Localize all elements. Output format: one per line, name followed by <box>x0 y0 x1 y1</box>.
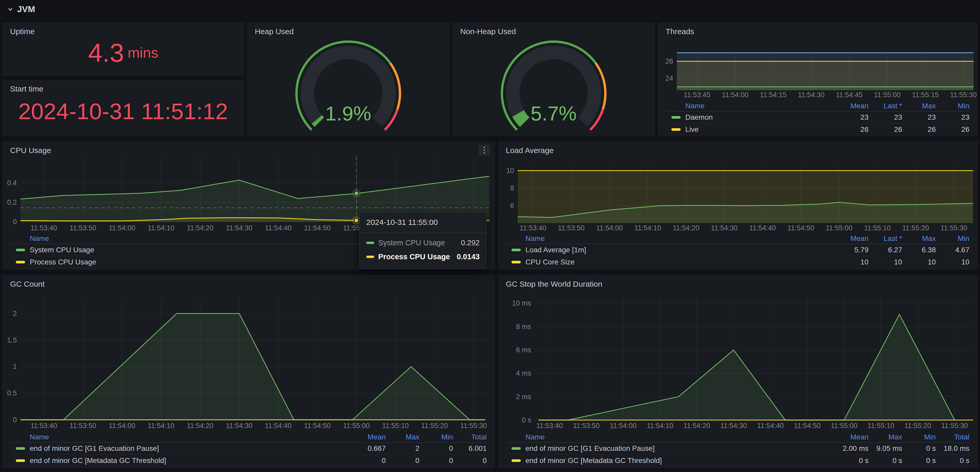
svg-text:11:54:50: 11:54:50 <box>788 224 814 232</box>
legend-col-header[interactable]: Mean <box>835 234 869 243</box>
legend-col-header[interactable]: Last * <box>869 234 902 243</box>
series-name[interactable]: System CPU Usage <box>30 246 94 254</box>
legend-col-header[interactable]: Max <box>386 433 419 441</box>
legend-col-header[interactable]: Min <box>936 102 969 110</box>
legend-col-header[interactable]: Name <box>11 433 49 441</box>
svg-text:1.5: 1.5 <box>7 336 17 344</box>
panel-menu-kebab-icon[interactable]: ⋮ <box>478 145 490 155</box>
svg-text:11:53:50: 11:53:50 <box>558 224 585 232</box>
tooltip-row: System CPU Usage 0.292 <box>366 236 480 250</box>
series-stat-value: 6.27 <box>869 246 902 254</box>
legend-col-header[interactable]: Name <box>506 234 545 243</box>
heap-used-gauge: 1.9% <box>248 23 449 135</box>
series-name[interactable]: end of minor GC [Metadata GC Threshold] <box>30 456 166 465</box>
legend-row: end of minor GC [G1 Evacuation Pause]2.0… <box>506 442 969 455</box>
legend-col-header[interactable]: Max <box>902 234 936 243</box>
series-name[interactable]: Process CPU Usage <box>30 258 96 266</box>
series-name[interactable]: CPU Core Size <box>525 258 574 266</box>
svg-text:11:55:10: 11:55:10 <box>864 224 891 232</box>
legend-col-header[interactable]: Mean <box>835 102 869 110</box>
legend-col-header[interactable]: Mean <box>835 433 869 441</box>
series-name[interactable]: Load Average [1m] <box>525 246 586 254</box>
start-time-value: 2024-10-31 11:51:12 <box>18 100 228 123</box>
legend-col-header[interactable]: Name <box>11 234 49 243</box>
tooltip-series-label: Process CPU Usage <box>378 253 457 261</box>
legend-col-header[interactable]: Max <box>869 433 902 441</box>
series-color-dash <box>511 459 521 462</box>
series-color-dash <box>511 261 521 263</box>
svg-text:11:55:30: 11:55:30 <box>941 422 968 429</box>
series-stat-value: 23 <box>902 113 936 122</box>
legend-row: Live26262626 <box>666 124 969 136</box>
svg-text:11:55:00: 11:55:00 <box>831 422 858 429</box>
svg-text:11:55:30: 11:55:30 <box>940 224 967 232</box>
legend-col-header[interactable]: Name <box>506 433 545 441</box>
svg-text:11:54:50: 11:54:50 <box>304 422 331 429</box>
series-stat-value: 2 <box>386 444 419 453</box>
series-stat-value: 0 s <box>902 444 936 453</box>
series-name[interactable]: end of minor GC [Metadata GC Threshold] <box>525 456 662 465</box>
legend-col-header[interactable]: Total <box>936 433 969 441</box>
panel-start-time: Start time 2024-10-31 11:51:12 <box>3 80 244 136</box>
series-stat-value: 18.0 ms <box>936 444 969 453</box>
legend-col-header[interactable]: Max <box>902 102 936 110</box>
panel-non-heap-used: Non-Heap Used 5.7% <box>453 23 655 136</box>
svg-text:11:55:00: 11:55:00 <box>874 91 900 99</box>
gauge-value: 5.7% <box>531 102 577 125</box>
legend-col-header[interactable]: Min <box>936 234 969 243</box>
legend-col-header[interactable]: Last * <box>869 102 902 110</box>
series-stat-value: 6.38 <box>902 246 936 254</box>
series-stat-value: 9.05 ms <box>869 444 902 453</box>
svg-text:11:54:00: 11:54:00 <box>610 422 636 429</box>
series-color-dash <box>671 116 681 119</box>
tooltip-series-label: System CPU Usage <box>378 239 461 247</box>
svg-text:11:55:20: 11:55:20 <box>421 422 448 429</box>
svg-text:11:54:10: 11:54:10 <box>148 224 174 232</box>
svg-text:11:54:00: 11:54:00 <box>109 224 135 232</box>
panel-title[interactable]: Threads <box>666 27 694 36</box>
svg-text:1: 1 <box>13 363 17 371</box>
legend-col-header[interactable]: Min <box>419 433 453 441</box>
svg-text:11:54:30: 11:54:30 <box>798 91 824 99</box>
series-name[interactable]: Daemon <box>685 113 713 122</box>
legend-row: end of minor GC [Metadata GC Threshold]0… <box>11 455 487 467</box>
legend-col-header[interactable]: Total <box>453 433 487 441</box>
svg-text:4 ms: 4 ms <box>516 369 531 377</box>
series-stat-value: 0 s <box>936 456 969 465</box>
svg-text:11:54:45: 11:54:45 <box>836 91 862 99</box>
panel-title[interactable]: Load Average <box>506 146 554 155</box>
legend-col-header[interactable]: Mean <box>352 433 386 441</box>
tooltip-row: Process CPU Usage 0.0143 <box>366 250 480 264</box>
row-header-jvm[interactable]: JVM <box>7 4 35 14</box>
panel-title[interactable]: CPU Usage <box>10 146 51 155</box>
panel-title[interactable]: Non-Heap Used <box>460 27 516 36</box>
svg-text:0 s: 0 s <box>522 416 531 424</box>
svg-text:8 ms: 8 ms <box>516 323 531 331</box>
legend-col-header[interactable]: Min <box>902 433 936 441</box>
series-color-dash <box>511 447 521 450</box>
panel-title[interactable]: GC Count <box>10 280 45 288</box>
series-stat-value: 2.00 ms <box>835 444 869 453</box>
legend-table: NameMeanLast *MaxMinDaemon23232323Live26… <box>666 101 969 136</box>
svg-text:11:53:40: 11:53:40 <box>520 224 546 232</box>
tooltip-series-value: 0.292 <box>461 239 480 247</box>
panel-title[interactable]: Heap Used <box>255 27 294 36</box>
svg-text:11:55:00: 11:55:00 <box>826 224 853 232</box>
legend-col-header[interactable]: Name <box>666 102 705 110</box>
series-name[interactable]: end of minor GC [G1 Evacuation Pause] <box>30 444 159 453</box>
panel-title[interactable]: Uptime <box>10 27 35 36</box>
panel-title[interactable]: GC Stop the World Duration <box>506 280 602 288</box>
series-name[interactable]: end of minor GC [G1 Evacuation Pause] <box>525 444 655 453</box>
svg-text:11:53:40: 11:53:40 <box>536 422 563 429</box>
series-stat-value: 23 <box>869 113 902 122</box>
panel-title[interactable]: Start time <box>10 84 43 93</box>
series-name[interactable]: Live <box>685 125 698 134</box>
svg-text:11:54:00: 11:54:00 <box>109 422 135 429</box>
stat-body: 4.3 mins <box>3 23 243 76</box>
svg-text:11:54:20: 11:54:20 <box>187 422 213 429</box>
panel-threads: Threads 11:53:4511:54:0011:54:1511:54:30… <box>658 23 977 136</box>
series-stat-value: 0 <box>386 456 419 465</box>
svg-text:11:54:30: 11:54:30 <box>711 224 738 232</box>
svg-text:11:53:40: 11:53:40 <box>30 422 57 429</box>
legend-table: NameMeanMaxMinTotalend of minor GC [G1 E… <box>506 432 969 467</box>
